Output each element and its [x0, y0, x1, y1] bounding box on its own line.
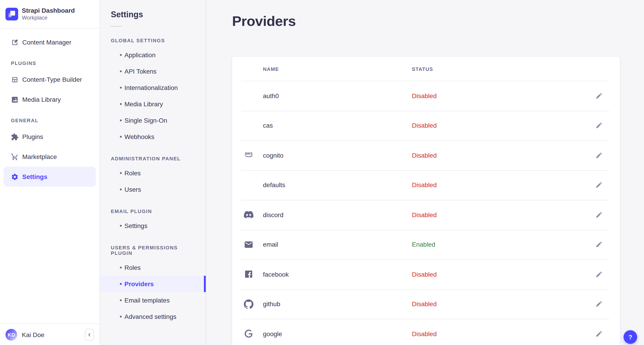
- edit-provider-button[interactable]: [596, 182, 603, 189]
- table-row[interactable]: email Enabled: [232, 230, 620, 259]
- collapse-sidebar-button[interactable]: [85, 329, 94, 340]
- aws-icon: [244, 150, 254, 160]
- sidebar-item-plugins[interactable]: Plugins: [4, 127, 96, 147]
- content-type-builder-icon: [11, 76, 18, 83]
- discord-icon: [244, 210, 254, 220]
- edit-provider-button[interactable]: [596, 241, 603, 248]
- main-content: Providers NAME STATUS auth0 Disabled cas…: [206, 0, 644, 345]
- sidebar-item-marketplace[interactable]: Marketplace: [4, 147, 96, 167]
- nav-section-plugins: PLUGINS: [11, 60, 88, 66]
- chevron-left-icon: [87, 332, 92, 337]
- provider-status: Disabled: [412, 330, 620, 338]
- subnav-item-media-library[interactable]: Media Library: [100, 96, 206, 112]
- edit-provider-button[interactable]: [596, 330, 603, 338]
- sidebar-item-label: Media Library: [22, 96, 61, 103]
- page-title: Providers: [232, 13, 620, 30]
- subnav-section-label: USERS & PERMISSIONS PLUGIN: [111, 245, 195, 256]
- table-row[interactable]: auth0 Disabled: [232, 81, 620, 110]
- main-sidebar: Strapi Dashboard Workplace Content Manag…: [0, 0, 100, 345]
- provider-status: Disabled: [412, 211, 620, 218]
- bullet-icon: [120, 188, 122, 190]
- email-icon: [244, 240, 254, 250]
- subnav-item-label: Users: [124, 186, 141, 193]
- subnav-item-admin-roles[interactable]: Roles: [100, 165, 206, 181]
- gear-icon: [11, 173, 18, 180]
- providers-table-card: NAME STATUS auth0 Disabled cas Disabled …: [232, 57, 620, 345]
- avatar[interactable]: KD: [6, 329, 17, 340]
- provider-status: Enabled: [412, 241, 620, 248]
- sidebar-item-content-type-builder[interactable]: Content-Type Builder: [4, 70, 96, 90]
- edit-provider-button[interactable]: [596, 300, 603, 308]
- table-row[interactable]: cognito Disabled: [232, 140, 620, 170]
- provider-name: facebook: [263, 271, 412, 278]
- subnav-title: Settings: [111, 10, 206, 20]
- provider-name: cognito: [263, 152, 412, 159]
- subnav-item-label: Roles: [124, 264, 141, 271]
- bullet-icon: [120, 283, 122, 285]
- subnav-item-label: API Tokens: [124, 68, 156, 75]
- subnav-item-email-templates[interactable]: Email templates: [100, 292, 206, 308]
- subnav-item-internationalization[interactable]: Internationalization: [100, 80, 206, 96]
- table-row[interactable]: google Disabled: [232, 319, 620, 345]
- table-row[interactable]: cas Disabled: [232, 110, 620, 140]
- subnav-item-single-sign-on[interactable]: Single Sign-On: [100, 112, 206, 128]
- table-row[interactable]: facebook Disabled: [232, 259, 620, 289]
- bullet-icon: [120, 316, 122, 318]
- sidebar-item-content-manager[interactable]: Content Manager: [4, 32, 96, 52]
- provider-status: Disabled: [412, 300, 620, 308]
- table-row[interactable]: defaults Disabled: [232, 170, 620, 200]
- google-icon: [244, 329, 254, 339]
- provider-name: email: [263, 241, 412, 248]
- sidebar-item-settings[interactable]: Settings: [4, 167, 96, 187]
- subnav-item-webhooks[interactable]: Webhooks: [100, 128, 206, 145]
- column-header-status: STATUS: [412, 66, 620, 72]
- edit-provider-button[interactable]: [596, 122, 603, 129]
- sidebar-item-media-library[interactable]: Media Library: [4, 90, 96, 110]
- pencil-icon: [596, 330, 603, 338]
- edit-provider-button[interactable]: [596, 152, 603, 159]
- pencil-icon: [596, 122, 603, 129]
- bullet-icon: [120, 267, 122, 268]
- subnav-item-application[interactable]: Application: [100, 47, 206, 63]
- edit-provider-button[interactable]: [596, 271, 603, 278]
- pencil-icon: [596, 271, 603, 278]
- subnav-item-api-tokens[interactable]: API Tokens: [100, 63, 206, 80]
- subnav-item-label: Media Library: [124, 100, 163, 108]
- subnav-item-email-settings[interactable]: Settings: [100, 218, 206, 234]
- subnav-section-label: ADMINISTRATION PANEL: [111, 156, 195, 161]
- table-row[interactable]: discord Disabled: [232, 200, 620, 230]
- facebook-icon: [244, 270, 254, 279]
- subnav-section-label: GLOBAL SETTINGS: [111, 38, 195, 43]
- edit-provider-button[interactable]: [596, 92, 603, 100]
- provider-status: Disabled: [412, 152, 620, 159]
- brand: Strapi Dashboard Workplace: [0, 0, 100, 28]
- subnav-section-email-plugin: EMAIL PLUGIN Settings: [100, 208, 206, 234]
- bullet-icon: [120, 136, 122, 138]
- provider-status: Disabled: [412, 182, 620, 189]
- subnav-item-admin-users[interactable]: Users: [100, 181, 206, 198]
- subnav-item-label: Webhooks: [124, 133, 154, 140]
- pencil-icon: [596, 182, 603, 189]
- pencil-icon: [596, 211, 603, 218]
- table-row[interactable]: github Disabled: [232, 289, 620, 319]
- sidebar-item-label: Content Manager: [22, 38, 71, 46]
- bullet-icon: [120, 299, 122, 301]
- bullet-icon: [120, 120, 122, 121]
- subnav-item-advanced-settings[interactable]: Advanced settings: [100, 308, 206, 325]
- app-window: Strapi Dashboard Workplace Content Manag…: [0, 0, 644, 345]
- workspace-name: Workplace: [22, 14, 75, 21]
- edit-provider-button[interactable]: [596, 211, 603, 218]
- github-icon: [244, 299, 254, 309]
- subnav-item-providers[interactable]: Providers: [100, 276, 206, 292]
- help-button[interactable]: ?: [624, 330, 637, 344]
- subnav-item-up-roles[interactable]: Roles: [100, 259, 206, 276]
- media-library-icon: [11, 96, 18, 103]
- bullet-icon: [120, 54, 122, 56]
- subnav-item-label: Application: [124, 51, 156, 58]
- providers-table-body: auth0 Disabled cas Disabled cognito Disa…: [232, 81, 620, 345]
- sidebar-item-label: Plugins: [22, 133, 43, 140]
- pencil-icon: [596, 241, 603, 248]
- main-nav-list: Content Manager PLUGINS Content-Type Bui…: [0, 28, 100, 187]
- bullet-icon: [120, 87, 122, 88]
- strapi-logo-icon: [6, 8, 18, 20]
